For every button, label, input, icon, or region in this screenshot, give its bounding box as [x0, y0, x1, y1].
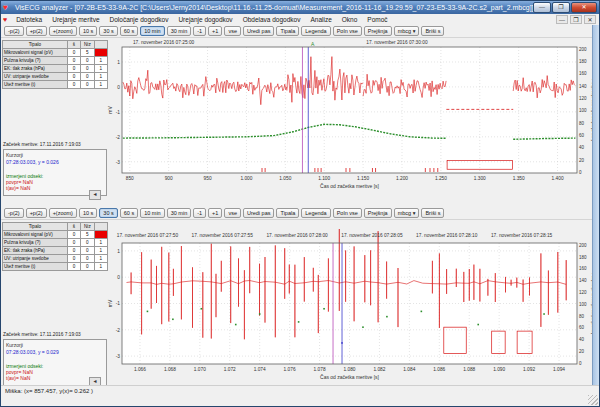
table-header: Niz: [81, 223, 94, 231]
toolbar-button--p-2-[interactable]: +p(2): [26, 26, 47, 36]
mdi-minimize-button[interactable]: —: [556, 15, 568, 24]
toolbar-button-bri-i-s[interactable]: Briši s: [421, 208, 444, 218]
svg-text:40: 40: [579, 145, 585, 150]
menu-datoteka[interactable]: Datoteka: [11, 16, 47, 23]
cursor-value: 07:28:03.003, y = 0.029: [6, 349, 104, 355]
toolbar-button--p-2-[interactable]: -p(2): [4, 208, 24, 218]
svg-text:200: 200: [579, 47, 587, 52]
title-bar[interactable]: ♥VisECG analyzer - [07-2B-E5-33-9A-2C [C…: [1, 1, 599, 14]
hr-dots: [362, 326, 364, 328]
toolbar-button-tipala[interactable]: Tipala: [276, 208, 299, 218]
toolbar-bottom: -p(2)+p(2)+(zoom)10 s30 s60 s10 min30 mi…: [1, 207, 599, 220]
toolbar-button--p-2-[interactable]: -p(2): [4, 26, 24, 36]
svg-text:850: 850: [126, 176, 134, 181]
toolbar-button-tipala[interactable]: Tipala: [276, 26, 299, 36]
menu-obdelava-dogodkov[interactable]: Obdelava dogodkov: [238, 16, 306, 23]
table-row[interactable]: Mikrovalovni signal (pV)05: [3, 49, 108, 57]
table-cell: 0: [81, 239, 94, 247]
toolbar-button-30-s[interactable]: 30 s: [99, 208, 117, 218]
svg-text:80: 80: [579, 121, 585, 126]
toolbar-button-10-min[interactable]: 10 min: [140, 26, 165, 36]
toolbar-button-poln-vse[interactable]: Poln vse: [333, 208, 362, 218]
toolbar-button-prej-nja[interactable]: Prejšnja: [364, 26, 392, 36]
table-row[interactable]: UV: utripanje svetlobe001: [3, 255, 108, 263]
svg-text:1.072: 1.072: [224, 367, 236, 372]
table-cell: 0: [81, 255, 94, 263]
minimize-button[interactable]: —: [533, 2, 551, 13]
toolbar-button-60-s[interactable]: 60 s: [120, 208, 138, 218]
x-axis-label: Čas od začetka meritve [s]: [320, 183, 380, 189]
menu-analize[interactable]: Analize: [305, 16, 336, 23]
mdi-restore-button[interactable]: ❐: [570, 15, 582, 24]
table-cell: 0: [81, 81, 94, 89]
table-row[interactable]: UV: utripanje svetlobe001: [3, 73, 108, 81]
chart-titles: 17. november 2016 07:27:5017. november 2…: [117, 233, 553, 238]
svg-text:1.200: 1.200: [396, 176, 408, 181]
table-row[interactable]: Pulzna krivulja (?)001: [3, 239, 108, 247]
toolbar-button--zoom-[interactable]: +(zoom): [49, 26, 77, 36]
table-row[interactable]: Mikrovalovni signal (pV)05: [3, 231, 108, 239]
table-row[interactable]: Utež meritve (t)001: [3, 263, 108, 271]
table-header: [94, 41, 107, 49]
toolbar-button-30-s[interactable]: 30 s: [99, 26, 117, 36]
toolbar-button-vse[interactable]: vse: [224, 208, 241, 218]
table-row[interactable]: Utež meritve (t)001: [3, 81, 108, 89]
y-axis-ticks: 10-1-2-3: [116, 60, 121, 165]
toolbar-button-10-s[interactable]: 10 s: [79, 208, 97, 218]
toolbar-button-legenda[interactable]: Legenda: [301, 26, 330, 36]
table-cell: 0: [67, 49, 80, 57]
toolbar-button--1[interactable]: -1: [193, 208, 206, 218]
toolbar-button--p-2-[interactable]: +p(2): [26, 208, 47, 218]
toolbar-button-mbcg-[interactable]: mbcg ▾: [394, 26, 420, 36]
menu-dolo-anje-dogodkov[interactable]: Določanje dogodkov: [105, 16, 174, 23]
toolbar-button-uredi-pas[interactable]: Uredi pas: [243, 208, 275, 218]
svg-text:140: 140: [579, 84, 587, 89]
mouse-coordinates: Miška: (x= 857.457, y(x)= 0.262 ): [5, 388, 93, 394]
menu-urejanje-dogodkov[interactable]: Urejanje dogodkov: [173, 16, 237, 23]
menu-urejanje-meritve[interactable]: Urejanje meritve: [47, 16, 104, 23]
toolbar-button-30-min[interactable]: 30 min: [167, 26, 192, 36]
mdi-close-button[interactable]: ✕: [584, 15, 596, 24]
svg-text:1.150: 1.150: [357, 176, 369, 181]
toolbar-button-10-min[interactable]: 10 min: [140, 208, 165, 218]
toolbar-button-mbcg-[interactable]: mbcg ▾: [394, 208, 420, 218]
toolbar-button--1[interactable]: -1: [193, 26, 206, 36]
toolbar-button--zoom-[interactable]: +(zoom): [49, 208, 77, 218]
sensor-table-top: TipalošNizMikrovalovni signal (pV)05Pulz…: [2, 40, 108, 89]
toolbar-button--1[interactable]: +1: [208, 208, 222, 218]
toolbar-button-10-s[interactable]: 10 s: [79, 26, 97, 36]
maximize-button[interactable]: ❐: [552, 2, 570, 13]
resize-grip[interactable]: [588, 395, 598, 405]
toolbar-button-prej-nja[interactable]: Prejšnja: [364, 208, 392, 218]
toolbar-button-60-s[interactable]: 60 s: [120, 26, 138, 36]
toolbar-button-bri-i-s[interactable]: Briši s: [421, 26, 444, 36]
menu-pomo-[interactable]: Pomoč: [362, 16, 392, 23]
chart-title: 17. november 2016 07:28:10: [416, 233, 478, 238]
svg-text:120: 120: [579, 290, 587, 295]
hr-dots: [201, 308, 203, 310]
menu-okno[interactable]: Okno: [337, 16, 363, 23]
toolbar-button-uredi-pas[interactable]: Uredi pas: [243, 26, 275, 36]
svg-text:1.100: 1.100: [318, 176, 330, 181]
svg-text:1.092: 1.092: [523, 367, 535, 372]
table-header: Tipalo: [3, 41, 68, 49]
toolbar-button--1[interactable]: +1: [208, 26, 222, 36]
toolbar-button-vse[interactable]: vse: [224, 26, 241, 36]
table-row[interactable]: Pulzna krivulja (?)001: [3, 57, 108, 65]
table-row[interactable]: EK: tlak zraka (hPa)001: [3, 247, 108, 255]
app-heart-icon: ♥: [3, 1, 12, 14]
upper-chart-canvas[interactable]: A8509009501.0001.0501.1001.1501.2001.250…: [107, 38, 595, 201]
table-cell: 0: [67, 65, 80, 73]
svg-text:20: 20: [579, 349, 585, 354]
close-button[interactable]: ✕: [571, 2, 597, 13]
svg-text:1.082: 1.082: [373, 367, 385, 372]
lower-chart-canvas[interactable]: 1.0661.0681.0701.0721.0741.0761.0781.080…: [107, 229, 595, 386]
table-header: Tipalo: [3, 223, 68, 231]
toolbar-button-poln-vse[interactable]: Poln vse: [333, 26, 362, 36]
chart-title: 17. november 2016 07:30:00: [366, 40, 428, 45]
right-axis-ticks: 200180160140120100806040200: [579, 47, 587, 175]
toolbar-button-legenda[interactable]: Legenda: [301, 208, 330, 218]
scroll-left-arrow-top[interactable]: ◄: [89, 190, 101, 200]
table-row[interactable]: EK: tlak zraka (hPa)001: [3, 65, 108, 73]
toolbar-button-30-min[interactable]: 30 min: [167, 208, 192, 218]
